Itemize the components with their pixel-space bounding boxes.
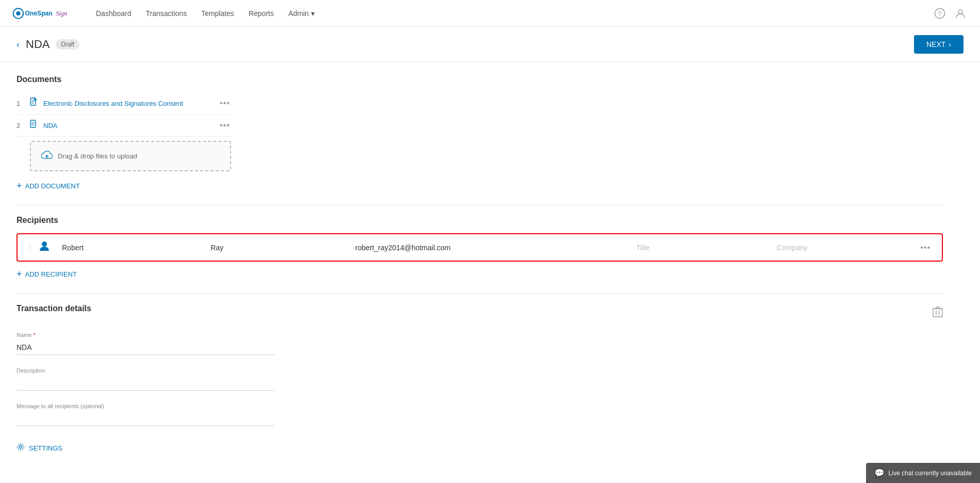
- doc-icon: [30, 120, 38, 131]
- help-icon-button[interactable]: ?: [933, 6, 947, 21]
- gear-icon: [17, 443, 25, 453]
- drop-zone[interactable]: Drag & drop files to upload: [30, 141, 231, 171]
- recipient-title: Title: [636, 244, 776, 252]
- svg-text:OneSpan: OneSpan: [25, 10, 52, 17]
- status-badge: Draft: [56, 39, 79, 50]
- nav-transactions[interactable]: Transactions: [146, 7, 187, 20]
- settings-label: SETTINGS: [29, 444, 62, 452]
- message-field-group: Message to all recipients (optional): [17, 403, 274, 426]
- back-button[interactable]: ‹: [17, 39, 20, 50]
- section-divider: [17, 293, 943, 294]
- document-item: 1 Electronic Disclosures and Signatures …: [17, 92, 233, 115]
- message-input[interactable]: [17, 411, 274, 426]
- header-icons: ?: [933, 6, 968, 21]
- doc-menu-button[interactable]: •••: [217, 120, 233, 131]
- chat-icon: 💬: [874, 468, 885, 478]
- transaction-details-section: Transaction details Name *: [17, 304, 943, 457]
- user-icon-button[interactable]: [953, 6, 968, 21]
- nav-templates[interactable]: Templates: [201, 7, 234, 20]
- transaction-details-title: Transaction details: [17, 304, 91, 313]
- delete-button[interactable]: [933, 306, 943, 320]
- add-document-button[interactable]: + ADD DOCUMENT: [17, 178, 80, 195]
- doc-icon: [30, 98, 38, 109]
- main-header: OneSpan Sign Dashboard Transactions Temp…: [0, 0, 980, 27]
- page-content: Documents 1 Electronic Disclosures and S…: [0, 62, 980, 483]
- nav-admin[interactable]: Admin ▾: [288, 7, 315, 20]
- document-name: NDA: [43, 122, 211, 130]
- recipients-section: Recipients ⋮ Robert Ray robert_ray2014@h…: [17, 216, 943, 283]
- documents-title: Documents: [17, 75, 943, 84]
- drop-zone-text: Drag & drop files to upload: [58, 152, 137, 160]
- name-field-group: Name *: [17, 332, 274, 355]
- settings-button[interactable]: SETTINGS: [17, 439, 62, 457]
- doc-menu-button[interactable]: •••: [217, 98, 233, 109]
- page-title: NDA: [26, 38, 50, 51]
- upload-cloud-icon: [41, 150, 53, 162]
- message-label: Message to all recipients (optional): [17, 403, 274, 409]
- description-field-group: Description: [17, 367, 274, 391]
- sub-header-left: ‹ NDA Draft: [17, 38, 79, 51]
- svg-point-9: [42, 242, 47, 247]
- svg-rect-10: [933, 309, 942, 317]
- required-marker: *: [31, 332, 35, 338]
- nav-reports[interactable]: Reports: [249, 7, 274, 20]
- document-item: 2 NDA •••: [17, 115, 233, 137]
- recipient-avatar-icon: [39, 240, 50, 254]
- live-chat-badge[interactable]: 💬 Live chat currently unavailable: [866, 463, 980, 483]
- section-divider: [17, 205, 943, 205]
- description-input[interactable]: [17, 376, 274, 391]
- svg-point-11: [20, 446, 22, 448]
- svg-point-1: [16, 11, 20, 15]
- transaction-header: Transaction details: [17, 304, 943, 321]
- add-document-label: ADD DOCUMENT: [25, 182, 80, 190]
- recipient-company: Company: [777, 244, 917, 252]
- main-nav: Dashboard Transactions Templates Reports…: [96, 7, 933, 20]
- description-label: Description: [17, 367, 274, 374]
- name-label: Name *: [17, 332, 274, 338]
- document-list: 1 Electronic Disclosures and Signatures …: [17, 92, 943, 137]
- plus-icon: +: [17, 181, 22, 191]
- recipient-first-name: Robert: [58, 244, 206, 252]
- recipient-email: robert_ray2014@hotmail.com: [355, 244, 636, 252]
- nav-dashboard[interactable]: Dashboard: [96, 7, 132, 20]
- plus-icon: +: [17, 269, 22, 280]
- recipient-last-name: Ray: [206, 244, 355, 252]
- sub-header: ‹ NDA Draft NEXT ›: [0, 27, 980, 62]
- add-recipient-button[interactable]: + ADD RECIPIENT: [17, 266, 77, 283]
- recipients-title: Recipients: [17, 216, 943, 225]
- svg-point-6: [958, 10, 962, 14]
- name-input[interactable]: [17, 340, 274, 355]
- documents-section: Documents 1 Electronic Disclosures and S…: [17, 75, 943, 195]
- doc-number: 2: [17, 122, 25, 130]
- chevron-down-icon: ▾: [311, 9, 315, 18]
- recipient-row: ⋮ Robert Ray robert_ray2014@hotmail.com …: [17, 233, 943, 262]
- next-button[interactable]: NEXT ›: [914, 35, 963, 54]
- svg-text:Sign: Sign: [56, 10, 68, 17]
- live-chat-text: Live chat currently unavailable: [889, 470, 972, 477]
- drag-handle-icon[interactable]: ⋮: [26, 243, 34, 252]
- svg-text:?: ?: [938, 10, 942, 18]
- chevron-right-icon: ›: [949, 40, 951, 49]
- doc-number: 1: [17, 100, 25, 107]
- logo: OneSpan Sign: [12, 5, 79, 22]
- recipient-menu-button[interactable]: •••: [917, 242, 934, 253]
- add-recipient-label: ADD RECIPIENT: [25, 270, 77, 278]
- document-name: Electronic Disclosures and Signatures Co…: [43, 100, 211, 107]
